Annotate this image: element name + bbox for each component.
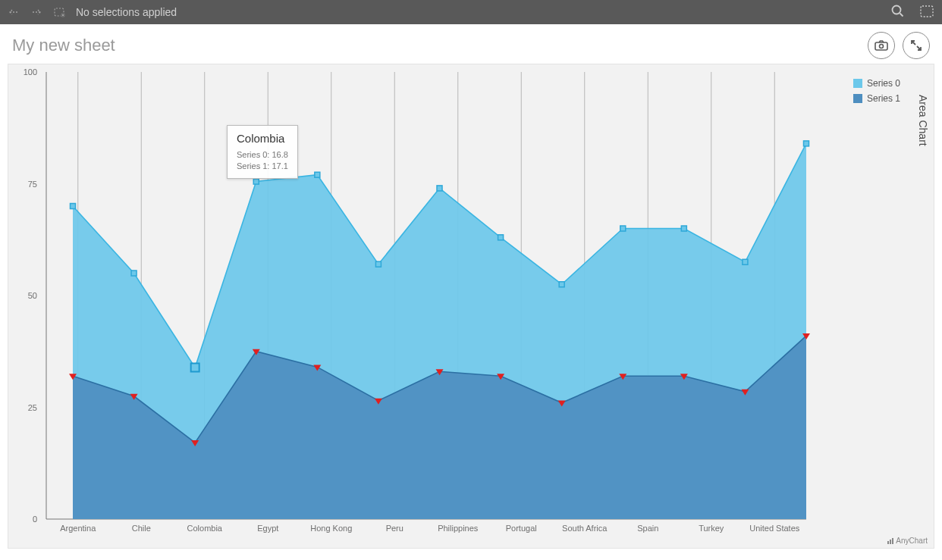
svg-rect-31 (437, 186, 442, 191)
svg-rect-29 (315, 172, 320, 177)
svg-text:United States: United States (749, 524, 800, 533)
svg-text:Colombia: Colombia (187, 524, 223, 533)
svg-text:Turkey: Turkey (699, 524, 724, 533)
chart-credit: AnyChart (887, 537, 928, 545)
svg-rect-34 (620, 226, 626, 231)
svg-rect-52 (890, 540, 891, 544)
svg-rect-32 (498, 235, 504, 240)
svg-rect-33 (559, 282, 564, 287)
svg-text:Argentina: Argentina (60, 524, 96, 533)
svg-text:Philippines: Philippines (438, 524, 479, 533)
svg-text:50: 50 (28, 291, 37, 300)
chart-tooltip: Colombia Series 0: 16.8 Series 1: 17.1 (227, 125, 298, 179)
sheet-title: My new sheet (12, 36, 860, 55)
svg-text:Hong Kong: Hong Kong (310, 524, 352, 533)
legend-item-series0[interactable]: Series 0 (853, 78, 900, 89)
svg-text:South Africa: South Africa (562, 524, 608, 533)
svg-point-2 (893, 5, 901, 14)
selection-status-text: No selections applied (76, 6, 177, 18)
svg-text:Egypt: Egypt (257, 524, 278, 533)
svg-rect-3 (921, 6, 933, 17)
selection-toolbar: No selections applied (0, 0, 942, 24)
legend-swatch-icon (853, 94, 862, 103)
svg-rect-30 (375, 261, 381, 267)
chart-container: Area Chart Series 0 Series 1 0255075100A… (8, 64, 934, 549)
search-icon[interactable] (890, 4, 906, 21)
svg-rect-38 (191, 363, 199, 371)
back-selection-icon[interactable] (8, 6, 21, 18)
svg-point-5 (880, 45, 884, 48)
svg-text:100: 100 (24, 67, 37, 77)
clear-selection-icon[interactable] (53, 6, 67, 18)
tooltip-line-a: Series 0: 16.8 (237, 149, 288, 161)
svg-rect-53 (892, 538, 893, 544)
svg-rect-25 (71, 204, 76, 209)
anychart-logo-icon (887, 538, 893, 544)
svg-text:Chile: Chile (132, 524, 151, 533)
svg-text:Spain: Spain (637, 524, 658, 533)
legend-item-series1[interactable]: Series 1 (853, 93, 900, 104)
legend-swatch-icon (853, 79, 862, 88)
svg-rect-26 (131, 271, 137, 276)
svg-rect-35 (681, 226, 686, 231)
svg-rect-36 (743, 259, 748, 264)
svg-text:Peru: Peru (386, 524, 403, 533)
svg-rect-51 (887, 541, 889, 544)
chart-legend: Series 0 Series 1 (853, 78, 900, 108)
area-chart-svg[interactable]: 0255075100ArgentinaChileColombiaEgyptHon… (8, 64, 935, 549)
svg-rect-28 (253, 179, 259, 184)
selections-tool-icon[interactable] (919, 4, 934, 21)
snapshot-button[interactable] (868, 32, 895, 59)
svg-rect-4 (875, 42, 887, 50)
svg-text:75: 75 (28, 180, 37, 189)
chart-side-title: Area Chart (917, 95, 929, 146)
tooltip-line-b: Series 1: 17.1 (237, 161, 288, 172)
svg-text:0: 0 (33, 515, 37, 524)
svg-text:Portugal: Portugal (506, 524, 537, 533)
tooltip-title: Colombia (237, 132, 288, 145)
sheet-titlebar: My new sheet (0, 24, 942, 64)
fullscreen-button[interactable] (903, 32, 930, 59)
legend-label: Series 0 (867, 78, 900, 89)
legend-label: Series 1 (867, 93, 900, 104)
svg-rect-37 (804, 141, 809, 146)
svg-text:25: 25 (28, 403, 37, 412)
forward-selection-icon[interactable] (30, 6, 44, 18)
